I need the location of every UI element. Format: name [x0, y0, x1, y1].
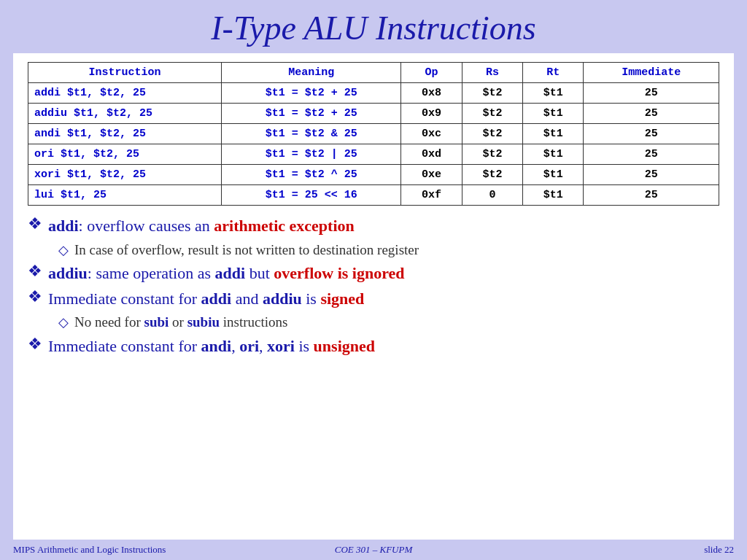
- cell-rt: $t1: [523, 124, 584, 144]
- cell-rs: $t2: [462, 124, 522, 144]
- cell-meaning: $t1 = $t2 & 25: [222, 124, 401, 144]
- cell-instruction: xori $t1, $t2, 25: [28, 165, 222, 185]
- cell-instruction: andi $t1, $t2, 25: [28, 124, 222, 144]
- col-header-instruction: Instruction: [28, 63, 222, 83]
- main-content: Instruction Meaning Op Rs Rt Immediate a…: [13, 53, 734, 540]
- col-header-op: Op: [401, 63, 462, 83]
- cell-imm: 25: [584, 104, 719, 124]
- cell-rt: $t1: [523, 83, 584, 104]
- cell-op: 0xd: [401, 144, 462, 165]
- bullet-item: ❖Immediate constant for addi and addiu i…: [28, 289, 719, 310]
- col-header-meaning: Meaning: [222, 63, 401, 83]
- sub-bullet-item: ◇In case of overflow, result is not writ…: [58, 241, 719, 260]
- cell-rs: $t2: [462, 165, 522, 185]
- table-row: lui $t1, 25 $t1 = 25 << 16 0xf 0 $t1 25: [28, 185, 719, 206]
- col-header-rs: Rs: [462, 63, 522, 83]
- slide-footer: MIPS Arithmetic and Logic Instructions C…: [0, 540, 747, 560]
- instruction-table: Instruction Meaning Op Rs Rt Immediate a…: [28, 62, 719, 206]
- table-header-row: Instruction Meaning Op Rs Rt Immediate: [28, 63, 719, 83]
- cell-meaning: $t1 = $t2 ^ 25: [222, 165, 401, 185]
- cell-rs: $t2: [462, 144, 522, 165]
- cell-instruction: ori $t1, $t2, 25: [28, 144, 222, 165]
- cell-rt: $t1: [523, 104, 584, 124]
- cell-meaning: $t1 = 25 << 16: [222, 185, 401, 206]
- bullet-text: Immediate constant for andi, ori, xori i…: [48, 336, 375, 357]
- cell-op: 0x8: [401, 83, 462, 104]
- bullet-text: Immediate constant for addi and addiu is…: [48, 289, 364, 310]
- bullet-text: addiu: same operation as addi but overfl…: [48, 263, 405, 284]
- cell-rt: $t1: [523, 185, 584, 206]
- cell-instruction: addi $t1, $t2, 25: [28, 83, 222, 104]
- table-row: andi $t1, $t2, 25 $t1 = $t2 & 25 0xc $t2…: [28, 124, 719, 144]
- footer-center: COE 301 – KFUPM: [253, 544, 493, 556]
- cell-meaning: $t1 = $t2 + 25: [222, 83, 401, 104]
- cell-imm: 25: [584, 144, 719, 165]
- cell-instruction: addiu $t1, $t2, 25: [28, 104, 222, 124]
- cell-rs: $t2: [462, 83, 522, 104]
- cell-imm: 25: [584, 165, 719, 185]
- table-row: ori $t1, $t2, 25 $t1 = $t2 | 25 0xd $t2 …: [28, 144, 719, 165]
- bullet-diamond: ❖: [28, 287, 42, 306]
- cell-rs: $t2: [462, 104, 522, 124]
- bullet-item: ❖addiu: same operation as addi but overf…: [28, 263, 719, 284]
- bullet-text: addi: overflow causes an arithmetic exce…: [48, 216, 355, 237]
- bullet-item: ❖Immediate constant for andi, ori, xori …: [28, 336, 719, 357]
- bullet-diamond: ❖: [28, 214, 42, 233]
- sub-bullet-text: In case of overflow, result is not writt…: [74, 241, 419, 260]
- bullet-diamond: ❖: [28, 335, 42, 354]
- table-row: xori $t1, $t2, 25 $t1 = $t2 ^ 25 0xe $t2…: [28, 165, 719, 185]
- bullet-diamond: ❖: [28, 262, 42, 281]
- slide-title: I-Type ALU Instructions: [15, 9, 732, 47]
- cell-meaning: $t1 = $t2 + 25: [222, 104, 401, 124]
- cell-rt: $t1: [523, 165, 584, 185]
- footer-left: MIPS Arithmetic and Logic Instructions: [13, 544, 253, 556]
- slide-header: I-Type ALU Instructions: [0, 0, 747, 53]
- cell-rt: $t1: [523, 144, 584, 165]
- bullet-item: ❖addi: overflow causes an arithmetic exc…: [28, 216, 719, 237]
- cell-imm: 25: [584, 185, 719, 206]
- col-header-immediate: Immediate: [584, 63, 719, 83]
- cell-meaning: $t1 = $t2 | 25: [222, 144, 401, 165]
- sub-bullet-item: ◇No need for subi or subiu instructions: [58, 314, 719, 332]
- cell-instruction: lui $t1, 25: [28, 185, 222, 206]
- bullets-section: ❖addi: overflow causes an arithmetic exc…: [28, 216, 719, 534]
- col-header-rt: Rt: [523, 63, 584, 83]
- cell-op: 0xf: [401, 185, 462, 206]
- sub-bullet-text: No need for subi or subiu instructions: [74, 314, 287, 332]
- cell-imm: 25: [584, 124, 719, 144]
- sub-diamond: ◇: [58, 314, 69, 330]
- cell-op: 0xc: [401, 124, 462, 144]
- cell-op: 0xe: [401, 165, 462, 185]
- table-row: addi $t1, $t2, 25 $t1 = $t2 + 25 0x8 $t2…: [28, 83, 719, 104]
- slide-container: I-Type ALU Instructions Instruction Mean…: [0, 0, 747, 560]
- cell-imm: 25: [584, 83, 719, 104]
- table-row: addiu $t1, $t2, 25 $t1 = $t2 + 25 0x9 $t…: [28, 104, 719, 124]
- cell-rs: 0: [462, 185, 522, 206]
- cell-op: 0x9: [401, 104, 462, 124]
- sub-diamond: ◇: [58, 242, 69, 258]
- footer-right: slide 22: [494, 544, 734, 556]
